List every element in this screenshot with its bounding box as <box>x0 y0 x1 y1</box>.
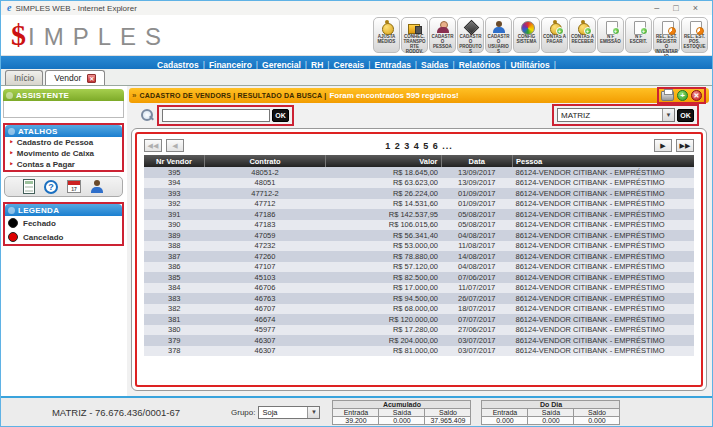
toolbar-button[interactable]: +N F ESCRIT. <box>625 17 652 53</box>
sidebar-shortcut[interactable]: ‣Cadastro de Pessoa <box>5 137 122 148</box>
shortcut-label: Movimento de Caixa <box>17 149 94 158</box>
menu-item[interactable]: Cereais <box>332 60 367 70</box>
page-last-button[interactable]: ▶▶ <box>676 139 694 152</box>
column-header[interactable]: Nr Vendor <box>144 155 205 167</box>
table-cell: 07/06/2017 <box>441 272 513 283</box>
table-cell: R$ 17.280,00 <box>326 325 442 336</box>
grupo-select[interactable]: Soja ▼ <box>258 406 320 419</box>
table-row[interactable]: 39347712-2R$ 26.224,0001/09/201786124-VE… <box>144 188 694 199</box>
table-row[interactable]: 39548051-2R$ 18.645,0013/09/201786124-VE… <box>144 167 694 178</box>
menu-item[interactable]: RH <box>309 60 325 70</box>
tab-vendor[interactable]: Vendor ✕ <box>45 70 105 85</box>
toolbar-button[interactable]: REL. EST. REGISTRO INVENTARIO <box>653 17 680 53</box>
add-record-icon[interactable]: + <box>677 90 688 101</box>
table-cell: 47186 <box>205 209 326 220</box>
menu-item[interactable]: Entradas <box>372 60 412 70</box>
money-bag-plus-icon: + <box>575 20 591 34</box>
close-search-icon[interactable]: ✕ <box>691 90 702 101</box>
atalhos-header[interactable]: ATALHOS <box>5 125 122 137</box>
tab-inicio[interactable]: Início <box>5 70 43 85</box>
arrow-bullet-icon: ‣ <box>9 149 14 158</box>
table-row[interactable]: 39247712R$ 14.531,6001/09/201786124-VEND… <box>144 199 694 210</box>
table-row[interactable]: 38947059R$ 56.341,4004/08/201786124-VEND… <box>144 230 694 241</box>
menu-item[interactable]: Saídas <box>419 60 450 70</box>
column-header[interactable]: Data <box>441 155 513 167</box>
menu-item[interactable]: Cadastros <box>155 60 201 70</box>
table-cell: 47712 <box>205 199 326 210</box>
calculator-icon[interactable] <box>23 179 35 194</box>
branch-ok-button[interactable]: OK <box>677 109 694 122</box>
toolbar-button[interactable]: REL. EST. POS. ESTOQUE <box>681 17 708 53</box>
branch-select[interactable]: MATRIZ ▼ <box>557 108 675 122</box>
table-row[interactable]: 38747260R$ 78.880,0014/08/201786124-VEND… <box>144 251 694 262</box>
table-cell: R$ 106.015,60 <box>326 220 442 231</box>
menu-item[interactable]: Financeiro <box>207 60 254 70</box>
menu-item[interactable]: Relatórios <box>457 60 503 70</box>
table-row[interactable]: 39448051R$ 63.623,0013/09/201786124-VEND… <box>144 178 694 189</box>
grupo-control: Grupo: Soja ▼ <box>231 406 320 419</box>
footer-value: 39.200 <box>333 416 379 424</box>
results-table: Nr VendorContratoValorDataPessoa 3954805… <box>144 155 694 356</box>
column-header[interactable]: Pessoa <box>513 155 695 167</box>
grupo-label: Grupo: <box>231 408 255 417</box>
table-cell: 47183 <box>205 220 326 231</box>
page-prev-button[interactable]: ◀ <box>166 139 184 152</box>
toolbar-button[interactable]: AJUSTA MÉDIOS <box>373 17 400 53</box>
table-cell: R$ 14.531,60 <box>326 199 442 210</box>
page-numbers[interactable]: 1 2 3 4 5 6 ... <box>184 141 654 151</box>
table-row[interactable]: 38847232R$ 53.000,0011/08/201786124-VEND… <box>144 241 694 252</box>
calendar-icon[interactable] <box>67 180 81 193</box>
user-icon[interactable] <box>90 179 104 194</box>
toolbar-button[interactable]: +CONTAS A RECEBER <box>569 17 596 53</box>
toolbar-button[interactable]: CADASTRO USUARIOS <box>485 17 512 53</box>
search-highlight-box: OK <box>157 105 294 126</box>
search-ok-button[interactable]: OK <box>272 109 289 122</box>
toolbar-button[interactable]: +CONTAS A PAGAR <box>541 17 568 53</box>
assistente-header[interactable]: ASSISTENTE <box>3 89 124 101</box>
menu-item[interactable]: Gerencial <box>260 60 303 70</box>
tab-close-icon[interactable]: ✕ <box>87 74 96 83</box>
legend-dot-icon <box>8 232 18 242</box>
assistente-body <box>3 101 124 118</box>
search-row: OK MATRIZ ▼ OK <box>129 103 709 127</box>
column-header[interactable]: Contrato <box>205 155 326 167</box>
toolbar-button[interactable]: CADASTRO PRODUTOS <box>457 17 484 53</box>
menu-item[interactable]: Utilitários <box>509 60 552 70</box>
legenda-header[interactable]: LEGENDA <box>5 204 122 216</box>
toolbar-button[interactable]: CONFIG SISTEMA <box>513 17 540 53</box>
table-row[interactable]: 37946307R$ 204.000,0003/07/201786124-VEN… <box>144 335 694 346</box>
table-row[interactable]: 37846307R$ 81.000,0003/07/201786124-VEND… <box>144 346 694 357</box>
table-row[interactable]: 38146674R$ 120.000,0007/07/201786124-VEN… <box>144 314 694 325</box>
sidebar-shortcut[interactable]: ‣Contas a Pagar <box>5 159 122 170</box>
table-row[interactable]: 39047183R$ 106.015,6005/08/201786124-VEN… <box>144 220 694 231</box>
toolbar-button[interactable]: CADASTRO PESSOA <box>429 17 456 53</box>
table-cell: 11/07/2017 <box>441 283 513 294</box>
table-cell: 04/08/2017 <box>441 230 513 241</box>
page-next-button[interactable]: ▶ <box>654 139 672 152</box>
toolbar-button[interactable]: +N F EMISSÃO <box>597 17 624 53</box>
footer-table-title: Acumulado <box>333 400 471 408</box>
table-row[interactable]: 38446706R$ 17.000,0011/07/201786124-VEND… <box>144 283 694 294</box>
toolbar-button[interactable]: CONHEC. TRANSPORTE RODOV. <box>401 17 428 53</box>
table-row[interactable]: 38045977R$ 17.280,0027/06/201786124-VEND… <box>144 325 694 336</box>
table-row[interactable]: 38545103R$ 82.500,0007/06/201786124-VEND… <box>144 272 694 283</box>
table-row[interactable]: 38346763R$ 94.500,0026/07/201786124-VEND… <box>144 293 694 304</box>
print-icon[interactable] <box>661 91 674 101</box>
grupo-select-value: Soja <box>259 408 307 417</box>
close-button[interactable]: × <box>693 3 698 13</box>
toolbar: AJUSTA MÉDIOSCONHEC. TRANSPORTE RODOV.CA… <box>373 17 708 53</box>
table-cell: 48051-2 <box>205 167 326 178</box>
table-row[interactable]: 39147186R$ 142.537,9505/08/201786124-VEN… <box>144 209 694 220</box>
maximize-button[interactable]: □ <box>673 3 678 13</box>
minimize-button[interactable]: – <box>654 3 659 13</box>
help-icon[interactable]: ? <box>44 180 58 194</box>
table-row[interactable]: 38647107R$ 57.120,0004/08/201786124-VEND… <box>144 262 694 273</box>
table-row[interactable]: 38246707R$ 68.000,0018/07/201786124-VEND… <box>144 304 694 315</box>
page-first-button[interactable]: ◀◀ <box>144 139 162 152</box>
column-header[interactable]: Valor <box>326 155 442 167</box>
table-cell: R$ 63.623,00 <box>326 178 442 189</box>
table-cell: 86124-VENDOR CITIBANK - EMPRÉSTIMO <box>513 325 695 336</box>
search-input[interactable] <box>162 109 270 122</box>
sidebar-shortcut[interactable]: ‣Movimento de Caixa <box>5 148 122 159</box>
table-cell: 379 <box>144 335 205 346</box>
